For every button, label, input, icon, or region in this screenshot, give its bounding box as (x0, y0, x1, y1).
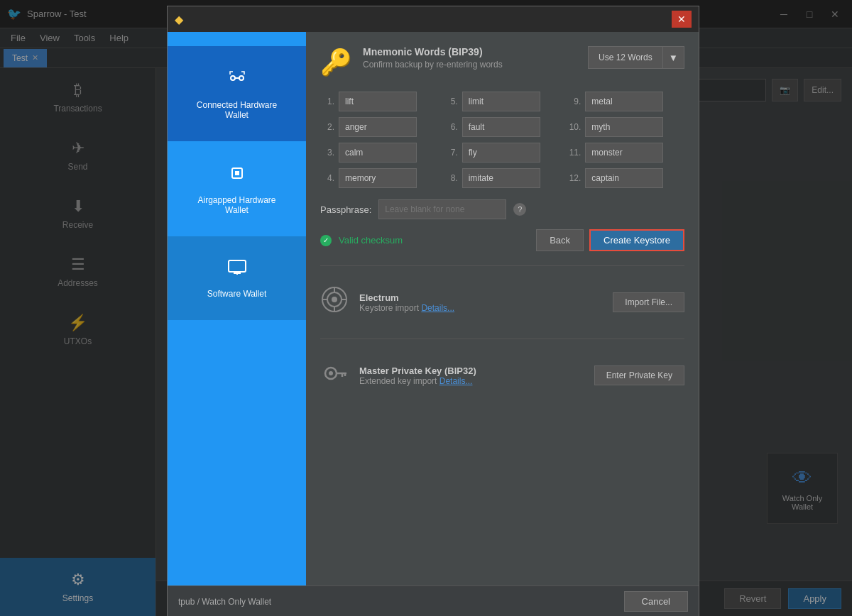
word-num-8: 8. (444, 173, 458, 183)
electrum-title: Electrum (359, 292, 602, 303)
word-num-7: 7. (444, 148, 458, 158)
word-num-12: 12. (567, 173, 581, 183)
svg-point-10 (332, 297, 337, 302)
modal-dialog: ◆ ✕ Conn (167, 6, 699, 616)
modal-footer: tpub / Watch Only Wallet Cancel (168, 585, 699, 616)
use-words-btn-group: Use 12 Words ▼ (588, 46, 684, 69)
word-num-6: 6. (444, 122, 458, 132)
modal-titlebar: ◆ ✕ (168, 6, 699, 32)
enter-private-key-button[interactable]: Enter Private Key (594, 365, 684, 385)
master-key-subtitle: Extended key import Details... (359, 376, 584, 386)
word-input-11[interactable] (585, 143, 663, 163)
mnemonic-key-icon: 🔑 (320, 48, 352, 77)
svg-rect-5 (229, 260, 246, 272)
word-num-3: 3. (320, 148, 334, 158)
use-words-button[interactable]: Use 12 Words (588, 46, 663, 69)
word-row-3: 3. (320, 143, 438, 163)
word-row-5: 5. (444, 92, 562, 111)
import-file-button[interactable]: Import File... (613, 292, 684, 312)
modal-nav-label-software: Software Wallet (207, 289, 267, 299)
svg-point-0 (231, 76, 235, 80)
modal-overlay: ◆ ✕ Conn (0, 0, 852, 616)
passphrase-label: Passphrase: (320, 204, 371, 215)
word-num-1: 1. (320, 97, 334, 106)
electrum-details-link[interactable]: Details... (421, 303, 454, 313)
word-input-12[interactable] (585, 168, 663, 188)
mnemonic-subtitle: Confirm backup by re-entering words (363, 60, 503, 70)
word-grid: 1. 5. 9. 2. (320, 92, 684, 188)
master-key-details-link[interactable]: Details... (439, 376, 473, 386)
divider-1 (320, 265, 684, 266)
word-num-11: 11. (567, 148, 581, 158)
word-row-9: 9. (567, 92, 684, 111)
electrum-info: Electrum Keystore import Details... (359, 292, 602, 313)
modal-nav-label-airgapped: Airgapped HardwareWallet (197, 195, 275, 215)
svg-point-16 (329, 371, 333, 375)
software-wallet-icon (226, 258, 248, 282)
checksum-dot: ✓ (320, 235, 332, 246)
checksum-row: ✓ Valid checksum Back Create Keystore (320, 229, 684, 251)
electrum-section: Electrum Keystore import Details... Impo… (320, 277, 684, 327)
word-num-2: 2. (320, 122, 334, 132)
word-num-10: 10. (567, 122, 581, 132)
modal-nav: Connected HardwareWallet Airgapped Hardw… (168, 32, 306, 585)
word-row-4: 4. (320, 168, 438, 188)
word-row-2: 2. (320, 117, 438, 137)
word-input-8[interactable] (462, 168, 540, 188)
passphrase-row: Passphrase: ? (320, 199, 684, 219)
use-words-dropdown-button[interactable]: ▼ (663, 46, 684, 69)
action-buttons: Back Create Keystore (536, 229, 684, 251)
word-row-12: 12. (567, 168, 684, 188)
connected-hardware-icon (226, 67, 248, 93)
mnemonic-header: 🔑 Mnemonic Words (BIP39) Confirm backup … (320, 46, 684, 77)
mnemonic-info: Mnemonic Words (BIP39) Confirm backup by… (363, 46, 503, 70)
modal-body: Connected HardwareWallet Airgapped Hardw… (168, 32, 699, 585)
word-row-1: 1. (320, 92, 438, 111)
word-row-6: 6. (444, 117, 562, 137)
word-row-7: 7. (444, 143, 562, 163)
electrum-icon (320, 286, 349, 319)
word-row-8: 8. (444, 168, 562, 188)
word-input-5[interactable] (462, 92, 540, 111)
electrum-subtitle: Keystore import Details... (359, 303, 602, 313)
back-button[interactable]: Back (536, 229, 584, 251)
mnemonic-title: Mnemonic Words (BIP39) (363, 46, 503, 57)
help-icon[interactable]: ? (513, 203, 526, 216)
modal-close-button[interactable]: ✕ (672, 11, 692, 28)
svg-rect-4 (235, 171, 239, 175)
word-num-4: 4. (320, 173, 334, 183)
private-key-icon (320, 359, 349, 392)
modal-nav-label-connected: Connected HardwareWallet (197, 100, 277, 120)
word-input-3[interactable] (339, 143, 417, 163)
master-key-info: Master Private Key (BIP32) Extended key … (359, 365, 584, 386)
word-input-9[interactable] (585, 92, 663, 111)
passphrase-input[interactable] (378, 199, 506, 219)
word-input-2[interactable] (339, 117, 417, 137)
word-row-11: 11. (567, 143, 684, 163)
word-input-1[interactable] (339, 92, 417, 111)
divider-2 (320, 339, 684, 339)
word-input-10[interactable] (585, 117, 663, 137)
cancel-button[interactable]: Cancel (624, 591, 688, 612)
airgapped-hardware-icon (226, 163, 248, 188)
modal-title-icon: ◆ (175, 13, 183, 26)
create-keystore-button[interactable]: Create Keystore (589, 229, 684, 251)
word-input-7[interactable] (462, 143, 540, 163)
checksum-text: Valid checksum (339, 235, 403, 246)
modal-right-panel: 🔑 Mnemonic Words (BIP39) Confirm backup … (306, 32, 699, 585)
dropdown-arrow-icon: ▼ (669, 53, 678, 63)
word-input-4[interactable] (339, 168, 417, 188)
svg-point-1 (239, 76, 244, 80)
word-num-5: 5. (444, 97, 458, 106)
word-row-10: 10. (567, 117, 684, 137)
word-num-9: 9. (567, 97, 581, 106)
modal-nav-airgapped-hardware[interactable]: Airgapped HardwareWallet (168, 141, 306, 236)
master-private-key-section: Master Private Key (BIP32) Extended key … (320, 351, 684, 400)
master-key-title: Master Private Key (BIP32) (359, 365, 584, 376)
modal-nav-connected-hardware[interactable]: Connected HardwareWallet (168, 46, 306, 141)
word-input-6[interactable] (462, 117, 540, 137)
modal-nav-software-wallet[interactable]: Software Wallet (168, 236, 306, 320)
tpub-label: tpub / Watch Only Wallet (178, 597, 271, 607)
